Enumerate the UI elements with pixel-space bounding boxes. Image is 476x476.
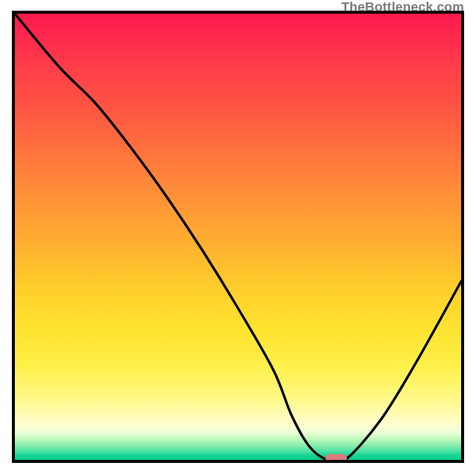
curve-svg (15, 14, 461, 460)
bottleneck-curve-path (15, 14, 461, 460)
chart-container: TheBottleneck.com (0, 0, 476, 476)
plot-area (12, 11, 464, 463)
highlight-marker (325, 454, 347, 462)
